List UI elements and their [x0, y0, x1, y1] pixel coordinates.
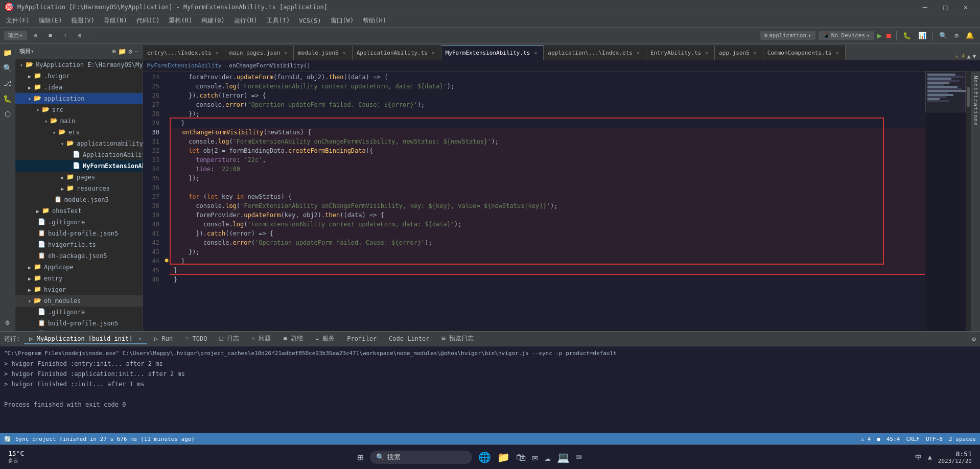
bottom-tab-problems[interactable]: ⚠ 问题 — [246, 333, 276, 345]
activity-project[interactable]: 📁 — [1, 46, 14, 59]
taskbar-browser-icon[interactable]: 🌐 — [478, 451, 491, 463]
menu-tools[interactable]: 工具(T) — [263, 15, 294, 26]
devices-dropdown[interactable]: 📱 No Devices ▾ — [819, 31, 874, 40]
taskbar-start-icon[interactable]: ⊞ — [358, 451, 364, 463]
profile-button[interactable]: 📊 — [916, 31, 928, 40]
bottom-tab-todo[interactable]: ≡ TODO — [180, 334, 212, 344]
tree-application[interactable]: ▾ 📂 application — [15, 93, 143, 104]
tree-collapse-icon[interactable]: — — [134, 48, 138, 55]
tree-entry[interactable]: ▶ 📁 entry — [15, 273, 143, 284]
bottom-tab-log[interactable]: □ 日志 — [214, 333, 244, 345]
bottom-tab-summary[interactable]: ≡ 总结 — [278, 333, 308, 345]
bc-myform[interactable]: MyFormExtensionAbility — [147, 62, 222, 69]
bottom-tab-service[interactable]: ☁ 服务 — [310, 333, 340, 345]
taskbar-terminal-icon[interactable]: ⌨ — [576, 451, 582, 463]
tree-pages[interactable]: ▶ 📁 pages — [15, 172, 143, 183]
tree-root[interactable]: ▾ 📂 MyApplication E:\HarmonyOS\MyApplica… — [15, 59, 143, 71]
code-area[interactable]: formProvider.updateForm(formId, obj2).th… — [170, 72, 925, 331]
bottom-tab-profiler[interactable]: Profiler — [342, 334, 382, 344]
tab-appability[interactable]: ApplicationAbility.ts ✕ — [353, 45, 441, 60]
toolbar-add[interactable]: ⊕ — [30, 31, 42, 40]
close-button[interactable]: ✕ — [955, 0, 976, 14]
menu-help[interactable]: 帮助(H) — [359, 15, 390, 26]
tree-hvigor-root[interactable]: ▶ 📁 hvigor — [15, 284, 143, 295]
tree-appscope[interactable]: ▶ 📁 AppScope — [15, 262, 143, 273]
menu-vcs[interactable]: VCS(S) — [295, 16, 325, 26]
notifications-icon[interactable]: 🔔 — [964, 31, 976, 40]
tree-appability-ts[interactable]: 📄 ApplicationAbility.ts — [15, 149, 143, 160]
attach-debugger-button[interactable]: 🐛 — [901, 31, 913, 40]
taskbar-cloud-icon[interactable]: ☁ — [545, 451, 551, 463]
toolbar-list[interactable]: ≡ — [44, 31, 56, 40]
toolbar-gear[interactable]: ⚙ — [74, 31, 86, 40]
tab-main-pages-close[interactable]: ✕ — [282, 49, 289, 56]
menu-nav[interactable]: 导航(N) — [100, 15, 131, 26]
tree-add-folder-icon[interactable]: 📁 — [118, 48, 126, 55]
tab-common-components[interactable]: CommonComponents.ts ✕ — [763, 45, 846, 60]
tree-gitignore2[interactable]: 📄 .gitignore — [15, 307, 143, 318]
tab-index-ets[interactable]: entry\...\Index.ets ✕ — [143, 45, 225, 60]
tab-index-ets-close[interactable]: ✕ — [214, 49, 221, 56]
tree-resources[interactable]: ▶ 📁 resources — [15, 183, 143, 194]
run-config-dropdown[interactable]: ⚙ application ▾ — [760, 31, 815, 40]
scrollbar-track[interactable] — [966, 72, 971, 331]
tab-app-json5[interactable]: app.json5 ✕ — [715, 45, 763, 60]
tab-myform-close[interactable]: ✕ — [532, 50, 539, 57]
tree-main[interactable]: ▾ 📂 main — [15, 115, 143, 127]
bottom-tab-run2[interactable]: ▷ Run — [149, 334, 178, 344]
tree-hvigorfile2[interactable]: 📄 hvigorfile.ts — [15, 329, 143, 331]
warning-down[interactable]: ▼ — [972, 53, 976, 60]
menu-view[interactable]: 视图(V) — [67, 15, 99, 26]
taskbar-lang[interactable]: 中 — [915, 453, 922, 462]
activity-search[interactable]: 🔍 — [1, 61, 14, 75]
bottom-tab-preview[interactable]: ⊟ 预览日志 — [437, 333, 479, 345]
tab-myform[interactable]: MyFormExtensionAbility.ts ✕ — [441, 45, 544, 60]
tree-src[interactable]: ▾ 📂 src — [15, 104, 143, 115]
settings-icon[interactable]: ⚙ — [952, 31, 961, 40]
menu-file[interactable]: 文件(F) — [2, 15, 34, 26]
bottom-settings-icon[interactable]: ⚙ — [972, 335, 976, 343]
tree-myform-ts[interactable]: 📄 MyFormExtensionAbility.ts — [15, 160, 143, 172]
tab-module-json5[interactable]: module.json5 ✕ — [294, 45, 352, 60]
tree-build-json[interactable]: 📋 build-profile.json5 — [15, 228, 143, 239]
tab-app-index[interactable]: application\...\Index.ets ✕ — [544, 45, 646, 60]
taskbar-mail-icon[interactable]: ✉ — [532, 451, 539, 463]
tree-ohostest[interactable]: ▶ 📁 ohosTest — [15, 205, 143, 217]
tree-hvigor[interactable]: ▶ 📁 .hvigor — [15, 71, 143, 82]
menu-build[interactable]: 构建(B) — [197, 15, 229, 26]
tab-entry-ability-close[interactable]: ✕ — [703, 49, 710, 56]
tab-appability-close[interactable]: ✕ — [430, 49, 437, 56]
menu-edit[interactable]: 编辑(E) — [35, 15, 66, 26]
taskbar-store-icon[interactable]: 🛍 — [516, 451, 526, 463]
taskbar-files-icon[interactable]: 📁 — [497, 451, 510, 463]
menu-code[interactable]: 代码(C) — [132, 15, 164, 26]
tree-ets[interactable]: ▾ 📂 ets — [15, 127, 143, 138]
warning-up[interactable]: ▲ — [967, 53, 971, 60]
activity-git[interactable]: ⎇ — [1, 77, 14, 90]
menu-run[interactable]: 运行(R) — [230, 15, 262, 26]
run-close-icon[interactable]: ✕ — [138, 335, 142, 342]
tab-app-index-close[interactable]: ✕ — [635, 49, 642, 56]
toolbar-collapse[interactable]: — — [88, 31, 100, 40]
tab-entry-ability[interactable]: EntryAbility.ts ✕ — [646, 45, 715, 60]
tree-hvigorfile[interactable]: 📄 hvigorfile.ts — [15, 239, 143, 250]
taskbar-search[interactable]: 🔍 搜索 — [370, 451, 472, 464]
menu-window[interactable]: 窗口(W) — [326, 15, 358, 26]
tab-main-pages[interactable]: main_pages.json ✕ — [225, 45, 294, 60]
maximize-button[interactable]: □ — [935, 0, 955, 14]
activity-settings[interactable]: ⚙ — [1, 316, 14, 329]
tab-common-components-close[interactable]: ✕ — [834, 49, 841, 56]
bottom-tab-linter[interactable]: Code Linter — [384, 334, 434, 344]
minimize-button[interactable]: ─ — [915, 0, 935, 14]
bottom-tab-run[interactable]: ▷ MyApplication [build init] ✕ — [24, 334, 147, 344]
tree-gear-icon[interactable]: ⚙ — [128, 48, 132, 55]
stop-button[interactable]: ⏹ — [885, 32, 892, 40]
taskbar-code-icon[interactable]: 💻 — [557, 451, 570, 463]
tree-add-icon[interactable]: ⊕ — [112, 48, 116, 55]
menu-refactor[interactable]: 重构(R) — [165, 15, 196, 26]
tree-appability[interactable]: ▾ 📂 applicationability — [15, 138, 143, 149]
run-button[interactable]: ▶ — [877, 31, 882, 40]
toolbar-up[interactable]: ↑ — [59, 31, 71, 40]
tree-gitignore[interactable]: 📄 .gitignore — [15, 217, 143, 228]
tab-app-json5-close[interactable]: ✕ — [752, 49, 759, 56]
